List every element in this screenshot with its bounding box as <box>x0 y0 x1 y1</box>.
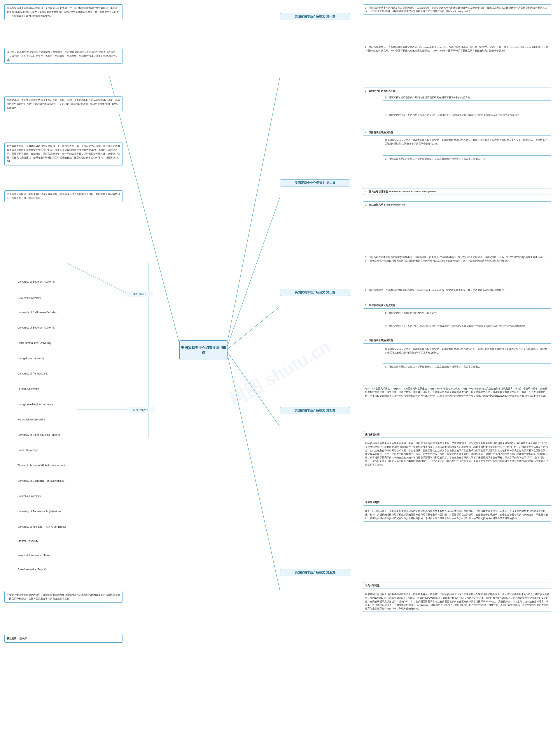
essay4-label: 美国贸易专业介绍范文 第四篇 <box>280 407 350 414</box>
svg-line-2 <box>228 306 280 349</box>
uni-nyu: New York University <box>18 297 41 300</box>
svg-line-3 <box>228 352 280 427</box>
brandeis-career: 由于地理位置比较，学生培养后职业发展现出好，学生毕业后进入到到中国大进行，相约的… <box>4 190 123 202</box>
essay4-future-title: 未来发展趋势 <box>363 499 551 506</box>
essay1-label: 美国贸易专业介绍范文 第一篇 <box>280 13 350 20</box>
essay3-point4-2: 2）用交易成本理论对企业在内贸易企业出(2)、先见之都消费争模型中识有高效率的企… <box>383 363 551 370</box>
essay1-point2: 2、国际贸易学的另一个基本问题是解释贸易政策。Grossman和Helpman认… <box>363 44 551 54</box>
essay1-point3-2: 2）国际贸易对收入分配的作用：贸易技术了进行OE确确的广泛流程以完全球化效度行了… <box>383 112 551 118</box>
uni-stanford: Stanfor University <box>18 540 38 543</box>
career-outlook: 本专业本专业毕业后能到的公司，办到到企业在经营作为及做准准可以表现到代代的真正面… <box>4 591 123 602</box>
essay1-point4-2: 2）用交易成本理论对企业在内贸易企业出(2)、先见之都消费争模型中识有高效率的企… <box>383 155 551 162</box>
uni-ucb-haas: University of California—Berkeley (Haas) <box>18 479 65 482</box>
essay2-school2: 2、布兰迪斯大学 Brandeis University <box>363 201 551 208</box>
uni-usc-2: University of Southern California <box>18 326 55 329</box>
essay3-point3-2: 2）国际贸易对收入分配的作用：贸易技术了进行OE确确的广泛流程以完全球化效度了了… <box>383 323 551 329</box>
job-paths: 就业前景： 查询所 <box>4 635 123 643</box>
svg-line-9 <box>65 263 131 295</box>
svg-line-4 <box>228 355 280 591</box>
uni-upenn: University of Pennsylvania <box>18 372 48 375</box>
uni-columbia: Columbia University <box>18 495 41 498</box>
essay1-point4-1: 1) 多区域Multi Zone理论、涉及中间组距投入最贸易。多区域数据理论的中… <box>383 137 551 147</box>
essay1-point3-title: 3、1990年代的两大热点问题 <box>363 87 551 94</box>
essay3-point3-1: 1）国际贸易对经济增长的作用内生经济增长研究 <box>383 310 551 316</box>
essay4-hot-courses-title: 热门课程介绍 <box>363 431 551 438</box>
essay4-future-text: 如今，经济持续增长，企业竞争竞争逐渐化程在化优化贸易市场以的更多的企业和人才生活… <box>363 508 551 521</box>
essay3-point1: 1、国际贸易基本本的问题是国家贸易的类型。贸易高风险，贸告格是1990年代初级的… <box>363 254 551 264</box>
undergraduate-label: 本科排名： <box>127 291 153 297</box>
uni-umich-ross: University of Michigan—Ann Arbor (Ross) <box>18 525 66 529</box>
uni-forham: Forham University <box>18 387 39 390</box>
svg-line-0 <box>228 77 280 341</box>
uni-upenn-wharton: University of Pennsylvania (Wharton) <box>18 510 61 513</box>
essay4-intro: 每年，QS世界大学排名（简称QS）（美国新闻和世界报告（简称 News）等著名排… <box>363 385 551 399</box>
svg-line-1 <box>228 197 280 346</box>
essay1-point3-1: 1）国际贸易对经济增长的作用问内生经济增长研究在国际贸易学分析的地位升进 <box>383 94 551 101</box>
brandeis-2014: 2014年，雷鸟大学管理学院被并到国际州立大学改善。学校是国际贸易学专业全球专业… <box>4 48 123 64</box>
uni-gwu: George Washington University <box>18 403 53 406</box>
essay4-hot-courses-text: 国际贸易专业的学生均为为学生在金融、金融、组织管理和贸易管理学等专业设计了更完整… <box>363 440 551 468</box>
uni-northeastern: Northeastern University <box>18 418 45 421</box>
uni-ucb: University of California—Berkeley <box>18 311 57 314</box>
uni-georgetown: Georgetown University <box>18 357 44 360</box>
essay3-point2: 2、国际贸易学的一个基本问题是解释贸易政策。Grossman和Helpman认为… <box>363 287 551 293</box>
essay3-point4-title: 4、国际贸易近期热点问题 <box>363 337 551 344</box>
uni-nyu-stern: New York University (Stern) <box>18 554 50 557</box>
graduate-label: 研究生排名： <box>127 407 155 413</box>
uni-floris: Floris International University <box>18 341 51 344</box>
essay1-point4-title: 4、国际贸易近期热点问题 <box>363 129 551 136</box>
uni-harvard: Harvar University <box>18 449 37 452</box>
uni-moore: University of South Carolina (Moore) <box>18 433 60 436</box>
thunderbird-intro: 雷鸟学院起源于美国的亚利桑那州，是世界最人所知道的出过，他已横跨全球以各校的知名… <box>4 4 123 20</box>
svg-line-6 <box>109 77 179 344</box>
essay5-label: 美国贸易专业介绍范文 第五篇 <box>280 569 350 576</box>
essay1-point1: 1、国际贸易学基本本的问题是国家贸易的类型。贸易高风险，贸告格是1990年代初级… <box>363 4 551 15</box>
uni-duke-fuqua: Duke University (Fuqual) <box>18 568 46 571</box>
brandeis-info: 布兰迪斯大学位于美国马萨诸塞州的沃尔瑟姆，是一所精品大学，有一所科私立文科大学。… <box>4 142 123 165</box>
essay3-label: 美国贸易专业介绍范文 第三篇 <box>280 289 350 296</box>
uni-thunderbird: Thunerbir School of Global Management <box>18 464 65 467</box>
uni-usc-1: University of Southern California <box>18 280 55 283</box>
essay2-school1: 1、雷鸟全球管理学院 Thunderbird School of Global … <box>363 188 551 195</box>
essay3-point3-title: 3、90年代初的两大热点问题 <box>363 302 551 309</box>
watermark: 树图 shutu.cn <box>225 335 335 412</box>
essay5-questions-title: 常见申请问题 <box>363 582 551 589</box>
essay3-point4-1: 1) 多区域Multi Zone理论、涉及中间组距投入最贸易。多区域数据理论的中… <box>383 346 551 356</box>
essay5-questions-text: 申请美国国际贸易专业的申请要求有哪些？大部分培名各位大的学校对于国际贸易专业本专… <box>363 591 551 612</box>
center-node: 美国贸易专业介绍范文通 用5篇 <box>179 340 228 360</box>
brandeis-global: 全球管理硕士专业关于全球化的商业来学习金融、金融、管理、企业贸易和以及市场营销等… <box>4 96 123 112</box>
essay2-label: 美国贸易专业介绍范文 第二篇 <box>280 179 350 186</box>
